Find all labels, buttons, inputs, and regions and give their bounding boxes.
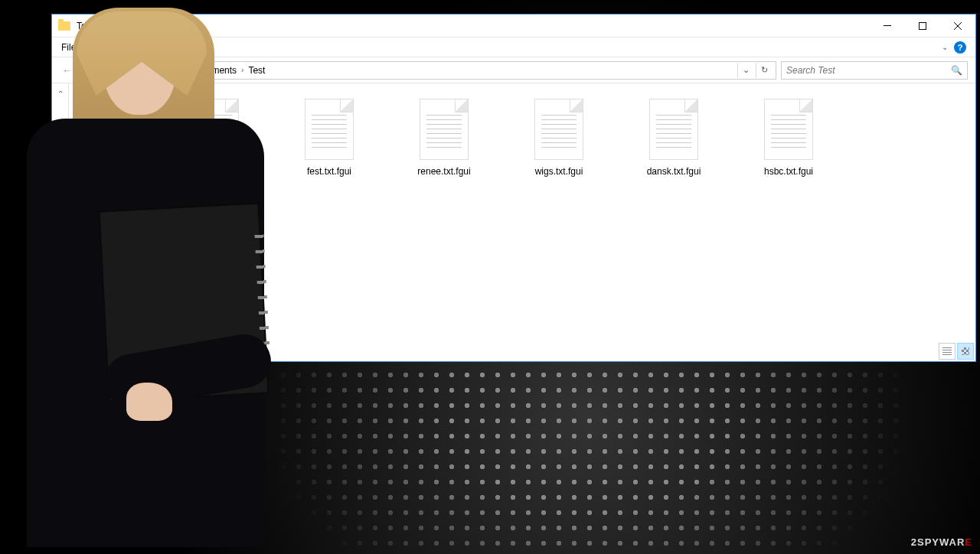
help-icon[interactable]: ? xyxy=(954,41,966,54)
file-item[interactable]: fest.txt.fgui xyxy=(291,99,368,177)
watermark: 2SPYWARE xyxy=(911,536,972,548)
svg-rect-1 xyxy=(920,22,926,29)
minimize-button[interactable] xyxy=(870,15,905,37)
large-icons-view-button[interactable] xyxy=(957,343,974,360)
minimize-icon xyxy=(884,25,891,26)
watermark-suffix: E xyxy=(965,536,972,548)
file-name: fest.txt.fgui xyxy=(307,166,351,177)
breadcrumb-actions: ⌄ ↻ xyxy=(737,63,773,78)
svg-rect-0 xyxy=(884,25,891,26)
search-icon[interactable]: 🔍 xyxy=(951,65,962,76)
refresh-icon[interactable]: ↻ xyxy=(756,63,773,78)
close-button[interactable] xyxy=(940,15,975,37)
details-view-button[interactable] xyxy=(939,343,956,360)
breadcrumb-dropdown-icon[interactable]: ⌄ xyxy=(737,63,754,78)
ribbon-collapse-icon[interactable]: ⌄ xyxy=(942,43,948,51)
window-controls xyxy=(870,15,975,37)
view-switcher xyxy=(939,343,974,360)
maximize-icon xyxy=(919,22,926,30)
search-input[interactable] xyxy=(786,65,951,76)
person-illustration xyxy=(4,8,287,551)
maximize-button[interactable] xyxy=(905,15,940,37)
file-icon xyxy=(420,99,469,160)
file-icon xyxy=(764,99,813,160)
file-item[interactable]: dansk.txt.fgui xyxy=(635,99,712,177)
search-box[interactable]: 🔍 xyxy=(781,61,968,80)
file-item[interactable]: hsbc.txt.fgui xyxy=(750,99,827,177)
file-name: hsbc.txt.fgui xyxy=(764,166,813,177)
watermark-prefix: 2SPYWAR xyxy=(911,536,965,548)
file-name: dansk.txt.fgui xyxy=(647,166,701,177)
file-icon xyxy=(305,99,354,160)
file-name: wigs.txt.fgui xyxy=(535,166,583,177)
file-item[interactable]: renee.txt.fgui xyxy=(406,99,482,177)
close-icon xyxy=(954,22,962,30)
file-icon xyxy=(534,99,583,160)
file-item[interactable]: wigs.txt.fgui xyxy=(521,99,597,177)
ribbon-right: ⌄ ? xyxy=(942,41,966,54)
file-icon xyxy=(649,99,698,160)
file-name: renee.txt.fgui xyxy=(417,166,470,177)
